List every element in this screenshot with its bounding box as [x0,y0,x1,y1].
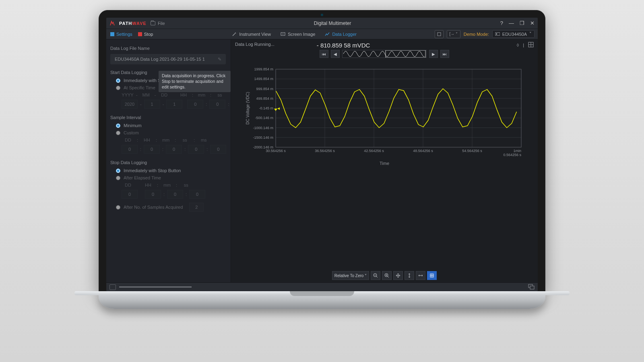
progress-indicator [119,286,192,288]
mm-input[interactable] [144,100,160,109]
sample-opt-minimum[interactable]: Minimum [116,123,226,128]
el-dd[interactable] [122,190,138,199]
nav-prev-button[interactable]: ◀ [331,50,340,58]
start-time-header: YYYY- MM- DD HH: mm: ss [122,93,226,97]
stop-button[interactable]: Stop [138,32,153,37]
nav-last-button[interactable]: ⏭ [440,50,449,58]
svg-rect-4 [496,33,497,35]
acquisition-tooltip: Data acquisition in progress. Click Stop… [159,71,231,92]
svg-text:36.564256 s: 36.564256 s [315,149,335,153]
nav-first-button[interactable]: ⏮ [320,50,328,58]
pan-button[interactable] [393,271,403,280]
close-button[interactable]: ✕ [530,20,535,26]
start-radio-immediate[interactable] [116,78,120,83]
stop-section-label: Stop Data Logging [110,160,226,165]
dd-input[interactable] [166,100,182,109]
folder-icon [151,21,155,25]
settings-tab[interactable]: Settings [110,32,132,37]
status-bar [106,282,538,291]
tab-data-logger[interactable]: Data Logger [325,32,357,37]
start-radio-specific[interactable] [116,86,120,90]
voltage-chart[interactable]: 1999.854 m1499.854 m999.854 m499.854 m-0… [244,67,525,159]
custom-interval-inputs: : : : : [122,145,226,154]
maximize-button[interactable]: ❐ [520,20,524,26]
marker-icon[interactable]: ◊ [517,43,519,47]
svg-text:0.564256 s: 0.564256 s [503,153,521,157]
zoom-in-button[interactable] [382,271,392,280]
file-name-input[interactable]: EDU34450A Data Log 2021-06-29 16-05-15 1… [110,54,226,64]
stop-radio-samples[interactable] [116,205,120,210]
el-hh[interactable] [145,190,161,199]
samples-count-input[interactable]: 2 [189,203,204,212]
settings-icon [110,32,114,36]
statusbar-right-icon[interactable] [528,284,535,290]
fit-y-button[interactable] [405,271,414,280]
app-title: Digital Multimeter [314,21,351,26]
chevron-down-icon: ˅ [529,31,532,37]
file-menu[interactable]: File [151,21,165,26]
stop-icon [138,32,142,36]
relative-select[interactable]: Relative To Zero ˅ [332,271,369,280]
sample-section-label: Sample Interval [110,115,226,120]
svg-rect-3 [495,33,500,35]
minimize-button[interactable]: — [509,20,514,26]
device-selector[interactable]: EDU34450A ˅ [492,30,535,38]
current-reading: - 810.859 58 mVDC [317,42,370,49]
file-name-label: Data Log File Name [110,46,226,51]
screen-icon [281,32,285,37]
fit-x-button[interactable] [416,271,425,280]
svg-text:499.854 m: 499.854 m [256,97,273,101]
el-mm[interactable] [167,190,183,199]
hh-input[interactable] [187,100,203,109]
demo-mode-label: Demo Mode: [464,32,489,37]
elapsed-header: DD HH: mm: ss [122,183,226,187]
stop-radio-immediate[interactable] [116,169,120,173]
chart-icon [325,32,330,37]
overview-navigator: ⏮ ◀ ▶ ⏭ [231,50,538,58]
sample-radio-min[interactable] [116,123,120,128]
svg-text:48.564256 s: 48.564256 s [413,149,433,153]
fit-all-button[interactable] [427,271,437,280]
ci-ss[interactable] [188,145,204,154]
yyyy-input[interactable] [122,100,138,109]
svg-point-1 [283,33,283,34]
chevron-down-icon: ˅ [365,274,367,278]
stop-radio-elapsed[interactable] [116,176,120,180]
tab-instrument-view[interactable]: Instrument View [232,32,271,37]
nav-next-button[interactable]: ▶ [429,50,438,58]
stop-opt-immediate[interactable]: Immediately with Stop Button [116,168,226,173]
svg-text:-500.146 m: -500.146 m [255,116,273,120]
svg-text:DC Voltage (VDC): DC Voltage (VDC) [246,92,250,124]
grid-mode-icon[interactable] [528,42,534,48]
ci-dd[interactable] [122,145,138,154]
statusbar-left-icon[interactable] [109,284,116,290]
svg-text:999.854 m: 999.854 m [256,87,273,91]
status-text: Data Log Running... [235,42,275,47]
x-axis-title: Time [239,161,530,166]
sample-radio-custom[interactable] [116,131,120,135]
ci-ms[interactable] [210,145,226,154]
ci-hh[interactable] [144,145,160,154]
stop-opt-samples[interactable]: After No. of Samples Acquired 2 [116,203,226,212]
brand-name: PATHWAVE [119,21,147,26]
ci-mm[interactable] [166,145,182,154]
pencil-icon: ✎ [218,57,221,62]
wand-icon [232,32,237,37]
help-button[interactable]: ? [500,20,503,26]
el-ss[interactable] [189,190,205,199]
zoom-out-button[interactable] [371,271,380,280]
tabs-bar: Settings Stop Instrument View Screen Ima… [106,29,538,39]
svg-rect-44 [530,286,534,289]
device-icon [495,32,500,36]
svg-text:-1500.146 m: -1500.146 m [253,136,273,140]
overview-waveform[interactable] [342,50,427,58]
svg-text:1min: 1min [513,149,521,153]
toolbar-btn-1[interactable] [435,30,444,38]
svg-rect-2 [438,33,441,36]
custom-interval-header: DD: HH: mm: ss: ms [122,138,226,142]
stop-opt-elapsed[interactable]: After Elapsed Time [116,175,226,180]
tab-screen-image[interactable]: Screen Image [281,32,315,37]
min-input[interactable] [209,100,225,109]
toolbar-btn-2[interactable]: [→ ˅ [447,30,460,38]
sample-opt-custom[interactable]: Custom [116,130,226,135]
